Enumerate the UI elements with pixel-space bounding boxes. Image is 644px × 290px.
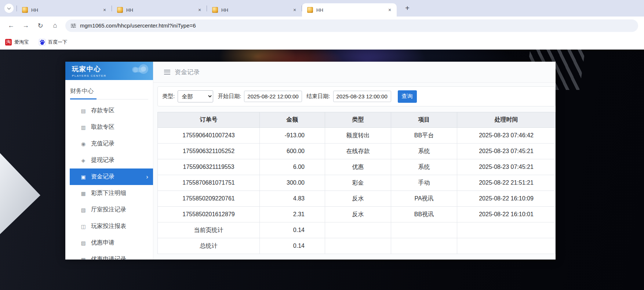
cell-process-time [457,238,556,254]
cell-order-id: 1755870681071751 [158,175,260,191]
cell-amount: 300.00 [260,175,325,191]
type-select[interactable]: 全部 [178,90,213,102]
cell-process-time: 2025-08-23 07:45:21 [457,144,556,159]
sidebar-item-funds-records[interactable]: ▣ 资金记录 › [70,168,153,185]
tab-close-icon[interactable]: × [291,7,298,13]
sidebar-item-promo-apply-records[interactable]: ▩ 优惠申请记录 [65,251,153,260]
deposit-icon: ▤ [80,108,87,114]
browser-tab-2[interactable]: HH × [112,3,207,17]
tab-title: HH [316,7,386,13]
site-favicon [22,7,28,13]
browser-tab-1[interactable]: HH × [17,3,112,17]
sidebar-item-withdraw-zone[interactable]: ▥ 取款专区 [65,119,153,135]
cell-type [325,222,391,238]
baidu-paw-icon [39,39,46,46]
col-process-time: 处理时间 [457,112,556,128]
cell-project [391,222,457,238]
promo-apply-records-icon: ▩ [80,257,87,260]
sidebar-item-deposit-zone[interactable]: ▤ 存款专区 [65,102,153,119]
table-row: 1755870681071751 300.00 彩金 手动 2025-08-22… [158,175,556,191]
browser-toolbar: ← → ↻ ⌂ mgm1065.com/hhcp/usercenter.html… [0,17,644,35]
cell-amount: 2.31 [260,207,325,222]
col-project: 项目 [391,112,457,128]
col-type: 类型 [325,112,391,128]
sidebar-item-lottery-bet-details[interactable]: ▦ 彩票下注明细 [65,185,153,202]
cell-amount: -913.00 [260,128,325,144]
bookmark-label: 爱淘宝 [14,39,29,46]
start-date-input[interactable] [244,91,302,102]
cell-amount: 6.00 [260,159,325,175]
sidebar-item-recharge-records[interactable]: ◉ 充值记录 [65,135,153,152]
back-icon[interactable]: ← [5,19,17,32]
cell-amount: 4.83 [260,191,325,207]
tab-title: HH [221,7,291,13]
cell-project: 手动 [391,175,457,191]
gamepad-icon [129,63,150,80]
cell-amount: 0.14 [260,238,325,254]
cell-type: 额度转出 [325,128,391,144]
sidebar-item-label: 充值记录 [91,140,114,148]
recharge-records-icon: ◉ [80,141,87,147]
cell-process-time: 2025-08-22 16:10:01 [457,207,556,222]
site-settings-icon[interactable] [70,23,76,29]
sidebar-item-label: 取款专区 [91,123,114,131]
cell-order-id: 1755850209220761 [158,191,260,207]
forward-icon[interactable]: → [19,19,32,32]
search-button[interactable]: 查询 [398,90,417,103]
table-header-row: 订单号 金额 类型 项目 处理时间 [158,112,556,128]
site-favicon [117,7,123,13]
chevron-down-icon [7,6,11,10]
cell-type: 彩金 [325,175,391,191]
site-favicon [307,7,313,13]
new-tab-button[interactable]: + [403,4,412,13]
cell-project [391,238,457,254]
sidebar-menu: ▤ 存款专区 ▥ 取款专区 ◉ 充值记录 ◈ 提现记录 ▣ 资金记录 [65,99,153,260]
tab-strip: HH × HH × HH × HH × + [0,0,644,17]
table-row-total-stats: 总统计 0.14 [158,238,556,254]
browser-tab-4-active[interactable]: HH × [302,3,397,17]
tab-close-icon[interactable]: × [196,7,203,13]
main-panel: 资金记录 类型: 全部 开始日期: 结束日期: 查询 订单号 [153,62,556,260]
cell-process-time: 2025-08-22 16:10:09 [457,191,556,207]
reload-icon[interactable]: ↻ [34,19,47,32]
sidebar-item-player-bet-report[interactable]: ◫ 玩家投注报表 [65,218,153,235]
sidebar-item-withdrawal-records[interactable]: ◈ 提现记录 [65,152,153,168]
tab-close-icon[interactable]: × [101,7,108,13]
sidebar-item-label: 彩票下注明细 [91,189,126,197]
triangle-decoration [0,152,40,235]
table-row: 1755906321105252 600.00 在线存款 系统 2025-08-… [158,144,556,159]
bookmark-baidu[interactable]: 百度一下 [39,39,67,46]
table-row: 1755906321119553 6.00 优惠 系统 2025-08-23 0… [158,159,556,175]
hamburger-menu-icon[interactable] [164,70,170,75]
promo-apply-icon: ▨ [80,240,87,246]
sidebar-item-label: 资金记录 [91,173,114,181]
table-row: 1755906401007243 -913.00 额度转出 BB平台 2025-… [158,128,556,144]
tab-search-button[interactable] [4,4,14,13]
url-bar[interactable]: mgm1065.com/hhcp/usercenter.html?iniType… [65,19,638,32]
cell-project: 系统 [391,144,457,159]
sidebar-item-promo-apply[interactable]: ▨ 优惠申请 [65,235,153,251]
withdrawal-records-icon: ◈ [80,157,87,163]
page-title: 资金记录 [175,68,200,76]
end-date-input[interactable] [333,91,391,102]
browser-tab-3[interactable]: HH × [207,3,302,17]
url-text: mgm1065.com/hhcp/usercenter.html?iniType… [80,22,196,29]
cell-order-id: 1755850201612879 [158,207,260,222]
chevron-right-icon: › [146,173,148,181]
table-row: 1755850201612879 2.31 反水 BB视讯 2025-08-22… [158,207,556,222]
section-underline [70,99,148,99]
sidebar-item-hall-bet-records[interactable]: ▧ 厅室投注记录 [65,202,153,218]
cell-amount: 600.00 [260,144,325,159]
home-icon[interactable]: ⌂ [49,19,61,32]
cell-process-time: 2025-08-23 07:46:42 [457,128,556,144]
col-amount: 金额 [260,112,325,128]
cell-type: 在线存款 [325,144,391,159]
sidebar-item-label: 玩家投注报表 [91,222,126,230]
cell-type: 反水 [325,207,391,222]
bookmark-taobao[interactable]: 淘 爱淘宝 [5,39,29,46]
filter-bar: 类型: 全部 开始日期: 结束日期: 查询 [157,86,556,106]
tab-close-icon[interactable]: × [386,7,393,13]
hall-bet-records-icon: ▧ [80,207,87,213]
start-date-label: 开始日期: [218,93,241,100]
table-row-page-stats: 当前页统计 0.14 [158,222,556,238]
